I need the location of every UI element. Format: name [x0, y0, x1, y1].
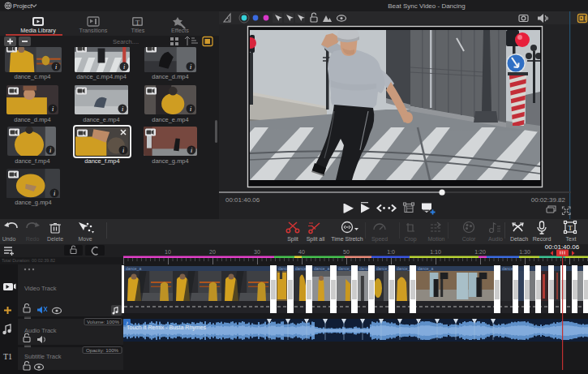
svg-text:Split: Split [287, 236, 298, 243]
svg-text:Volume: 100%: Volume: 100% [87, 319, 119, 325]
svg-text:Subtitle Track: Subtitle Track [24, 353, 62, 360]
svg-text:Undo: Undo [2, 236, 16, 242]
svg-text:Audio Track: Audio Track [24, 327, 57, 334]
svg-text:Titles: Titles [131, 27, 145, 34]
svg-text:20: 20 [209, 249, 216, 255]
svg-text:Transitions: Transitions [79, 27, 108, 34]
svg-text:Move: Move [78, 236, 92, 242]
svg-text:i: i [52, 105, 54, 113]
svg-text:50: 50 [343, 249, 350, 255]
svg-text:Opacity: 100%: Opacity: 100% [86, 347, 119, 353]
svg-text:Audio: Audio [488, 236, 503, 242]
svg-text:i: i [190, 105, 191, 113]
svg-text:1:0: 1:0 [387, 249, 395, 255]
svg-text:Delete: Delete [47, 236, 63, 242]
svg-text:i: i [191, 147, 192, 154]
svg-text:Touch It Remix - Busta Rhymes: Touch It Remix - Busta Rhymes [127, 325, 207, 331]
svg-text:Speed: Speed [371, 236, 388, 243]
svg-text:10: 10 [165, 249, 171, 255]
svg-text:i: i [49, 147, 51, 154]
svg-text:dance_a: dance_a [126, 266, 141, 271]
svg-text:00:01:40.06: 00:01:40.06 [225, 196, 260, 204]
svg-text:00:02:39.82: 00:02:39.82 [531, 196, 566, 204]
svg-text:1:30: 1:30 [519, 249, 530, 255]
svg-text:Redo: Redo [26, 236, 40, 242]
svg-text:1:20: 1:20 [474, 249, 486, 255]
svg-text:dance_f.mp4: dance_f.mp4 [15, 157, 49, 165]
svg-text:Video Track: Video Track [24, 285, 57, 292]
svg-text:dance_f.mp4: dance_f.mp4 [84, 157, 119, 165]
svg-text:Project: Project [13, 2, 32, 10]
svg-text:Total Duration: 00:02:39.82: Total Duration: 00:02:39.82 [2, 258, 55, 263]
svg-text:Time Stretch: Time Stretch [331, 236, 363, 242]
svg-text:Color: Color [462, 236, 476, 242]
svg-text:T: T [135, 19, 140, 27]
svg-text:Split all: Split all [307, 236, 325, 243]
svg-text:dance_e.mp4: dance_e.mp4 [83, 116, 119, 123]
svg-text:1:10: 1:10 [430, 249, 441, 255]
svg-text:dance_c.mp4: dance_c.mp4 [14, 73, 50, 80]
svg-text:i: i [55, 63, 57, 71]
svg-text:Detach: Detach [510, 236, 528, 242]
svg-text:dance_c.mp4.mp4: dance_c.mp4.mp4 [76, 73, 127, 80]
svg-text:dance_e.mp4: dance_e.mp4 [152, 116, 188, 123]
svg-text:dance_d.mp4: dance_d.mp4 [14, 116, 50, 123]
svg-text:T1: T1 [3, 352, 12, 361]
svg-text:Crop: Crop [404, 236, 416, 243]
svg-text:dance_a: dance_a [314, 266, 329, 271]
svg-text:dance_a: dance_a [418, 266, 433, 271]
svg-text:i: i [190, 63, 191, 71]
svg-text:T: T [568, 224, 573, 232]
svg-text:i: i [54, 190, 55, 197]
svg-text:i: i [122, 147, 124, 154]
svg-text:Motion: Motion [427, 236, 444, 242]
svg-text:30: 30 [254, 249, 260, 255]
svg-text:Beat Sync Video - Dancing: Beat Sync Video - Dancing [388, 2, 465, 10]
svg-text:dance_g.mp4: dance_g.mp4 [15, 199, 51, 206]
svg-text:Record: Record [533, 236, 552, 242]
svg-text:Search....: Search.... [113, 38, 139, 45]
svg-text:dance_d.mp4: dance_d.mp4 [152, 73, 188, 80]
svg-text:Text: Text [566, 236, 577, 242]
svg-text:Media Library: Media Library [20, 27, 56, 34]
svg-text:i: i [122, 105, 123, 113]
svg-text:i: i [123, 63, 125, 71]
svg-text:dance_g.mp4: dance_g.mp4 [152, 157, 188, 165]
svg-text:Effects: Effects [171, 27, 189, 34]
svg-text:40: 40 [298, 249, 305, 255]
